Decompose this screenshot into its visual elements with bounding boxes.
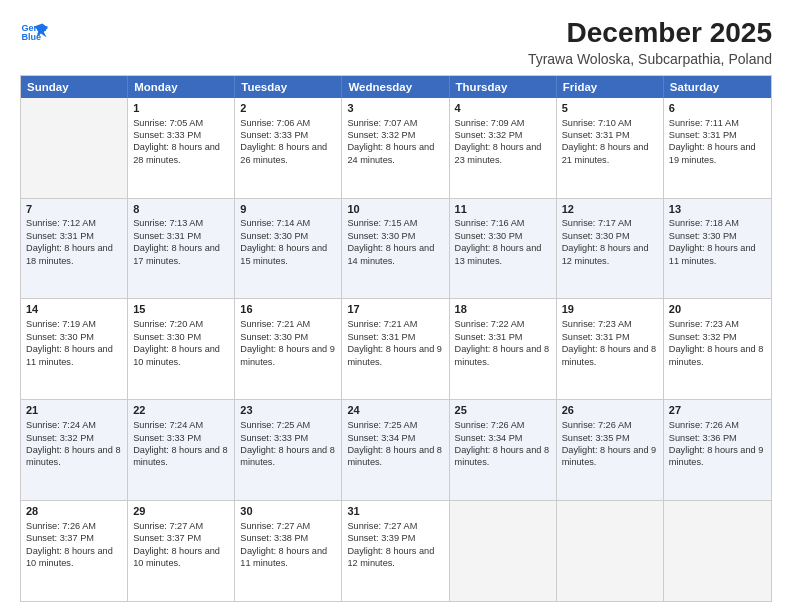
day-number: 5 — [562, 101, 658, 116]
daylight-text: Daylight: 8 hours and 8 minutes. — [133, 444, 229, 469]
calendar-cell — [557, 501, 664, 601]
day-header-thursday: Thursday — [450, 76, 557, 98]
title-block: December 2025 Tyrawa Woloska, Subcarpath… — [528, 18, 772, 67]
day-number: 25 — [455, 403, 551, 418]
calendar-cell: 22Sunrise: 7:24 AMSunset: 3:33 PMDayligh… — [128, 400, 235, 500]
daylight-text: Daylight: 8 hours and 15 minutes. — [240, 242, 336, 267]
sunset-text: Sunset: 3:31 PM — [133, 230, 229, 242]
day-header-friday: Friday — [557, 76, 664, 98]
day-number: 17 — [347, 302, 443, 317]
subtitle: Tyrawa Woloska, Subcarpathia, Poland — [528, 51, 772, 67]
calendar-cell: 17Sunrise: 7:21 AMSunset: 3:31 PMDayligh… — [342, 299, 449, 399]
day-number: 29 — [133, 504, 229, 519]
day-number: 18 — [455, 302, 551, 317]
daylight-text: Daylight: 8 hours and 13 minutes. — [455, 242, 551, 267]
calendar-cell: 18Sunrise: 7:22 AMSunset: 3:31 PMDayligh… — [450, 299, 557, 399]
sunrise-text: Sunrise: 7:23 AM — [562, 318, 658, 330]
day-number: 16 — [240, 302, 336, 317]
daylight-text: Daylight: 8 hours and 26 minutes. — [240, 141, 336, 166]
sunset-text: Sunset: 3:32 PM — [26, 432, 122, 444]
calendar-cell: 8Sunrise: 7:13 AMSunset: 3:31 PMDaylight… — [128, 199, 235, 299]
day-number: 10 — [347, 202, 443, 217]
sunset-text: Sunset: 3:33 PM — [240, 432, 336, 444]
day-number: 9 — [240, 202, 336, 217]
day-number: 13 — [669, 202, 766, 217]
day-number: 8 — [133, 202, 229, 217]
sunrise-text: Sunrise: 7:24 AM — [133, 419, 229, 431]
calendar-cell: 19Sunrise: 7:23 AMSunset: 3:31 PMDayligh… — [557, 299, 664, 399]
sunrise-text: Sunrise: 7:26 AM — [562, 419, 658, 431]
sunrise-text: Sunrise: 7:17 AM — [562, 217, 658, 229]
daylight-text: Daylight: 8 hours and 8 minutes. — [669, 343, 766, 368]
day-number: 1 — [133, 101, 229, 116]
day-number: 21 — [26, 403, 122, 418]
day-header-wednesday: Wednesday — [342, 76, 449, 98]
day-number: 2 — [240, 101, 336, 116]
calendar-cell: 14Sunrise: 7:19 AMSunset: 3:30 PMDayligh… — [21, 299, 128, 399]
sunset-text: Sunset: 3:34 PM — [347, 432, 443, 444]
sunrise-text: Sunrise: 7:09 AM — [455, 117, 551, 129]
calendar-cell: 25Sunrise: 7:26 AMSunset: 3:34 PMDayligh… — [450, 400, 557, 500]
daylight-text: Daylight: 8 hours and 9 minutes. — [347, 343, 443, 368]
day-number: 28 — [26, 504, 122, 519]
calendar-cell: 13Sunrise: 7:18 AMSunset: 3:30 PMDayligh… — [664, 199, 771, 299]
day-header-saturday: Saturday — [664, 76, 771, 98]
sunset-text: Sunset: 3:37 PM — [26, 532, 122, 544]
sunrise-text: Sunrise: 7:13 AM — [133, 217, 229, 229]
calendar-header: SundayMondayTuesdayWednesdayThursdayFrid… — [21, 76, 771, 98]
daylight-text: Daylight: 8 hours and 21 minutes. — [562, 141, 658, 166]
day-number: 6 — [669, 101, 766, 116]
sunset-text: Sunset: 3:30 PM — [562, 230, 658, 242]
sunset-text: Sunset: 3:39 PM — [347, 532, 443, 544]
calendar-week-2: 7Sunrise: 7:12 AMSunset: 3:31 PMDaylight… — [21, 199, 771, 300]
daylight-text: Daylight: 8 hours and 10 minutes. — [133, 545, 229, 570]
sunrise-text: Sunrise: 7:27 AM — [347, 520, 443, 532]
sunrise-text: Sunrise: 7:22 AM — [455, 318, 551, 330]
calendar-cell: 11Sunrise: 7:16 AMSunset: 3:30 PMDayligh… — [450, 199, 557, 299]
calendar-cell: 24Sunrise: 7:25 AMSunset: 3:34 PMDayligh… — [342, 400, 449, 500]
daylight-text: Daylight: 8 hours and 8 minutes. — [455, 444, 551, 469]
sunset-text: Sunset: 3:30 PM — [669, 230, 766, 242]
calendar-cell: 21Sunrise: 7:24 AMSunset: 3:32 PMDayligh… — [21, 400, 128, 500]
calendar: SundayMondayTuesdayWednesdayThursdayFrid… — [20, 75, 772, 602]
logo-icon: General Blue — [20, 18, 48, 46]
sunset-text: Sunset: 3:30 PM — [455, 230, 551, 242]
calendar-body: 1Sunrise: 7:05 AMSunset: 3:33 PMDaylight… — [21, 98, 771, 601]
day-number: 12 — [562, 202, 658, 217]
day-header-sunday: Sunday — [21, 76, 128, 98]
day-number: 11 — [455, 202, 551, 217]
sunset-text: Sunset: 3:32 PM — [669, 331, 766, 343]
sunrise-text: Sunrise: 7:16 AM — [455, 217, 551, 229]
sunrise-text: Sunrise: 7:11 AM — [669, 117, 766, 129]
sunset-text: Sunset: 3:37 PM — [133, 532, 229, 544]
daylight-text: Daylight: 8 hours and 17 minutes. — [133, 242, 229, 267]
daylight-text: Daylight: 8 hours and 24 minutes. — [347, 141, 443, 166]
sunrise-text: Sunrise: 7:12 AM — [26, 217, 122, 229]
calendar-cell: 27Sunrise: 7:26 AMSunset: 3:36 PMDayligh… — [664, 400, 771, 500]
sunset-text: Sunset: 3:30 PM — [133, 331, 229, 343]
calendar-cell — [450, 501, 557, 601]
sunset-text: Sunset: 3:32 PM — [455, 129, 551, 141]
daylight-text: Daylight: 8 hours and 8 minutes. — [26, 444, 122, 469]
calendar-cell: 20Sunrise: 7:23 AMSunset: 3:32 PMDayligh… — [664, 299, 771, 399]
daylight-text: Daylight: 8 hours and 19 minutes. — [669, 141, 766, 166]
sunset-text: Sunset: 3:33 PM — [133, 432, 229, 444]
sunset-text: Sunset: 3:33 PM — [240, 129, 336, 141]
sunset-text: Sunset: 3:30 PM — [240, 331, 336, 343]
daylight-text: Daylight: 8 hours and 8 minutes. — [347, 444, 443, 469]
sunrise-text: Sunrise: 7:21 AM — [347, 318, 443, 330]
day-number: 23 — [240, 403, 336, 418]
day-number: 30 — [240, 504, 336, 519]
day-number: 31 — [347, 504, 443, 519]
sunset-text: Sunset: 3:31 PM — [562, 331, 658, 343]
calendar-cell: 5Sunrise: 7:10 AMSunset: 3:31 PMDaylight… — [557, 98, 664, 198]
sunset-text: Sunset: 3:34 PM — [455, 432, 551, 444]
sunrise-text: Sunrise: 7:23 AM — [669, 318, 766, 330]
sunrise-text: Sunrise: 7:20 AM — [133, 318, 229, 330]
sunrise-text: Sunrise: 7:10 AM — [562, 117, 658, 129]
sunset-text: Sunset: 3:30 PM — [240, 230, 336, 242]
daylight-text: Daylight: 8 hours and 11 minutes. — [26, 343, 122, 368]
calendar-cell: 9Sunrise: 7:14 AMSunset: 3:30 PMDaylight… — [235, 199, 342, 299]
sunset-text: Sunset: 3:31 PM — [26, 230, 122, 242]
daylight-text: Daylight: 8 hours and 8 minutes. — [562, 343, 658, 368]
